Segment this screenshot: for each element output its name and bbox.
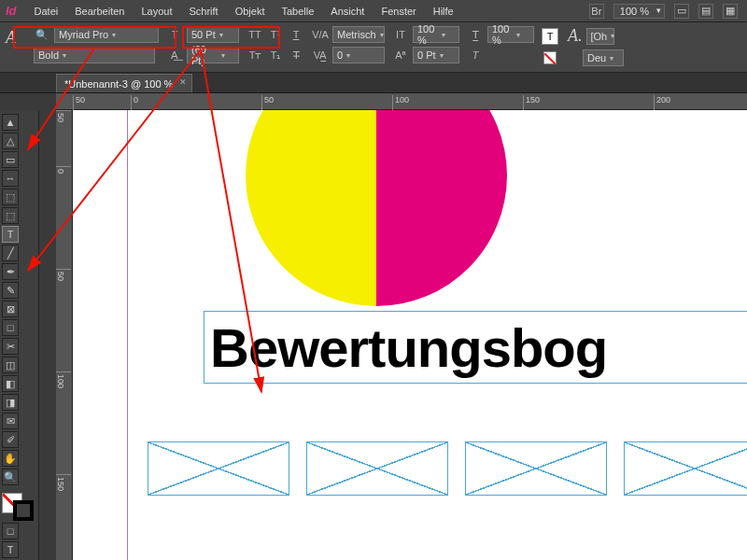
character-mode-icon[interactable]: A xyxy=(6,28,16,48)
content-collector-tool[interactable]: ⬚ xyxy=(2,189,19,205)
char-style-icon[interactable]: A. xyxy=(568,26,583,46)
menu-tabelle[interactable]: Tabelle xyxy=(273,0,322,22)
menubar: Id Datei Bearbeiten Layout Schrift Objek… xyxy=(0,0,747,22)
stroke-swatch[interactable] xyxy=(13,500,34,521)
skew-icon: T xyxy=(467,47,484,63)
hand-tool[interactable]: ✋ xyxy=(2,450,19,467)
scissors-tool[interactable]: ✂ xyxy=(2,338,19,355)
menu-ansicht[interactable]: Ansicht xyxy=(322,0,373,22)
app-logo: Id xyxy=(6,4,17,18)
semicircle-right xyxy=(376,110,507,306)
direct-selection-tool[interactable]: △ xyxy=(2,133,19,149)
gradient-feather-tool[interactable]: ◨ xyxy=(2,394,19,411)
language-field[interactable]: Deu xyxy=(583,49,624,66)
menu-datei[interactable]: Datei xyxy=(26,0,67,22)
gap-tool[interactable]: ↔ xyxy=(2,170,19,187)
ruler-tick: 200 xyxy=(654,95,672,110)
ruler-tick: 50 xyxy=(73,95,87,110)
ruler-tick: 0 xyxy=(56,166,71,213)
menu-hilfe[interactable]: Hilfe xyxy=(425,0,462,22)
rectangle-frame-tool[interactable]: ⊠ xyxy=(2,301,19,317)
note-tool[interactable]: ✉ xyxy=(2,413,19,429)
document-tab[interactable]: *Unbenannt-3 @ 100 % ✕ xyxy=(56,74,192,92)
ruler-tick: 150 xyxy=(56,474,71,521)
char-style-field[interactable]: [Oh xyxy=(586,28,614,45)
ruler-tick: 50 xyxy=(56,110,71,157)
placeholder-frame[interactable] xyxy=(465,441,607,496)
workspace-icon[interactable]: ▦ xyxy=(723,4,738,19)
document-tab-title: *Unbenannt-3 @ 100 % xyxy=(64,78,173,90)
headline-text[interactable]: Bewertungsbog xyxy=(210,316,607,379)
menu-schrift[interactable]: Schrift xyxy=(181,0,227,22)
headline-text-frame[interactable]: Bewertungsbog xyxy=(204,311,747,384)
menu-objekt[interactable]: Objekt xyxy=(227,0,274,22)
arrange-icon[interactable]: ▤ xyxy=(698,4,713,19)
smallcaps-icon[interactable]: Tᴛ xyxy=(247,47,263,63)
content-placer-tool[interactable]: ⬚ xyxy=(2,207,19,224)
pen-tool[interactable]: ✒ xyxy=(2,263,19,280)
eyedropper-tool[interactable]: ✐ xyxy=(2,431,19,448)
line-tool[interactable]: ╱ xyxy=(2,245,19,261)
format-text-icon[interactable]: T xyxy=(2,541,19,558)
tracking-field[interactable]: 0 xyxy=(332,47,385,63)
font-size-field[interactable]: 50 Pt xyxy=(187,26,239,43)
placeholder-frame[interactable] xyxy=(624,441,747,496)
semicircle-left xyxy=(246,110,376,306)
tracking-icon: VA̲ xyxy=(312,47,329,63)
font-size-icon: T xyxy=(166,26,183,43)
guide-vertical[interactable] xyxy=(127,110,128,560)
screen-mode-icon[interactable]: ▭ xyxy=(674,4,689,19)
underline-icon[interactable]: T xyxy=(288,26,304,43)
zoom-dropdown[interactable]: 100 % xyxy=(613,4,665,19)
rectangle-tool[interactable]: □ xyxy=(2,319,19,336)
placeholder-frame[interactable] xyxy=(148,441,289,496)
free-transform-tool[interactable]: ◫ xyxy=(2,357,19,373)
subscript-icon[interactable]: T₁ xyxy=(267,47,284,63)
format-container-icon[interactable]: □ xyxy=(2,523,19,539)
baseline-field[interactable]: 0 Pt xyxy=(413,47,459,63)
superscript-icon[interactable]: T¹ xyxy=(267,26,284,43)
vscale-field[interactable]: 100 % xyxy=(413,26,459,43)
document-tab-bar: *Unbenannt-3 @ 100 % ✕ xyxy=(0,73,747,93)
hscale-field[interactable]: 100 % xyxy=(487,26,534,43)
ruler-tick: 50 xyxy=(261,95,275,110)
ruler-tick: 100 xyxy=(392,95,411,110)
control-panel: A 🔍 Myriad Pro Bold T 50 Pt A͟ (60 Pt) T… xyxy=(0,22,747,73)
canvas[interactable]: Bewertungsbog xyxy=(73,110,747,560)
font-style-field[interactable]: Bold xyxy=(34,47,155,63)
toolbox: ▲ △ ▭ ↔ ⬚ ⬚ T ╱ ✒ ✎ ⊠ □ ✂ ◫ ◧ ◨ ✉ ✐ ✋ 🔍 … xyxy=(0,110,39,560)
baseline-icon: Aª xyxy=(392,47,409,63)
ruler-vertical[interactable]: 50 0 50 100 150 xyxy=(56,110,73,560)
vscale-icon: IT xyxy=(392,26,409,43)
strikethrough-icon[interactable]: T̶ xyxy=(288,47,304,63)
font-family-field[interactable]: Myriad Pro xyxy=(54,26,159,43)
ruler-horizontal[interactable]: 50 0 50 100 150 200 xyxy=(56,93,747,110)
none-color-icon[interactable] xyxy=(542,49,558,66)
kerning-icon: V/A xyxy=(312,26,329,43)
ruler-tick: 50 xyxy=(56,269,71,315)
hscale-icon: T̲ xyxy=(467,26,484,43)
semicircle-graphic[interactable] xyxy=(246,110,507,306)
pencil-tool[interactable]: ✎ xyxy=(2,282,19,299)
bridge-button[interactable]: Br xyxy=(589,4,604,19)
workarea: 50 0 50 100 150 200 50 0 50 100 150 ▲ △ … xyxy=(0,93,747,560)
allcaps-icon[interactable]: TT xyxy=(247,26,263,43)
zoom-tool[interactable]: 🔍 xyxy=(2,469,19,485)
page-tool[interactable]: ▭ xyxy=(2,151,19,168)
type-tool[interactable]: T xyxy=(2,226,19,243)
placeholder-frame[interactable] xyxy=(306,441,448,496)
gradient-swatch-tool[interactable]: ◧ xyxy=(2,375,19,392)
ruler-tick: 150 xyxy=(523,95,542,110)
menu-bearbeiten[interactable]: Bearbeiten xyxy=(66,0,133,22)
selection-tool[interactable]: ▲ xyxy=(2,114,19,131)
fill-stroke-swatch[interactable] xyxy=(2,493,35,521)
leading-icon: A͟ xyxy=(166,47,183,63)
search-icon: 🔍 xyxy=(34,26,50,43)
menu-layout[interactable]: Layout xyxy=(133,0,180,22)
close-tab-icon[interactable]: ✕ xyxy=(179,77,187,87)
leading-field[interactable]: (60 Pt) xyxy=(187,47,239,63)
fill-color-icon[interactable]: T xyxy=(542,28,558,45)
ruler-tick: 0 xyxy=(131,95,140,110)
kerning-field[interactable]: Metrisch xyxy=(332,26,385,43)
menu-fenster[interactable]: Fenster xyxy=(373,0,424,22)
